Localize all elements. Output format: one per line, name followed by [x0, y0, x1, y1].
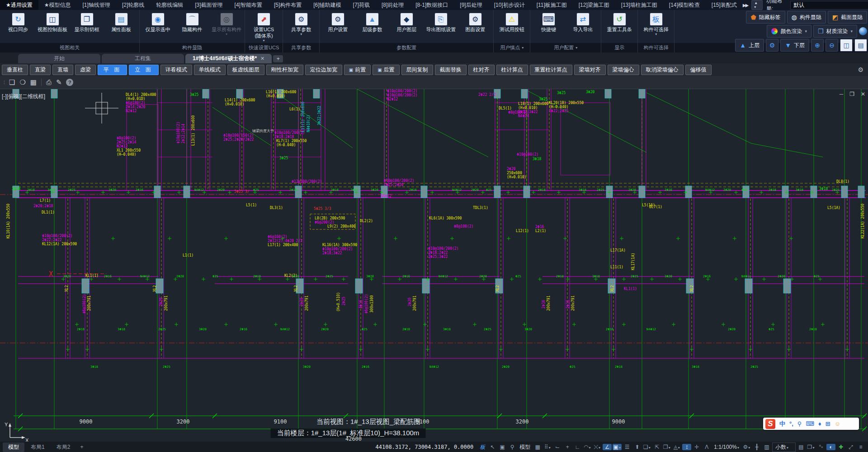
panel-doc-icon[interactable]: ▤ — [854, 39, 867, 52]
show-section-box-button[interactable]: ❐显示剖切框 — [70, 12, 104, 33]
crosshair-toggle-icon[interactable]: ╂ — [752, 444, 761, 450]
hide-tags-button[interactable]: ⬟隐藏标签 — [746, 11, 785, 24]
tool-button-6[interactable]: 详看模式 — [160, 65, 192, 75]
annotation-monitor-icon[interactable]: ⬆ — [632, 444, 642, 450]
panel-dock-icon[interactable]: ❒▾ — [807, 444, 816, 450]
test-button-button[interactable]: ⚠测试用按钮 — [495, 12, 529, 33]
workspace-icon[interactable]: ❏▾ — [642, 444, 651, 450]
viewport-view-label[interactable]: [-][俯视][二维线框] — [2, 93, 45, 100]
tool-button-17[interactable]: 重置柱计算点 — [530, 65, 572, 75]
annotation-scale[interactable]: 1:1/100%▾ — [712, 444, 741, 450]
ribbon-tab-12[interactable]: [9]后处理 — [454, 0, 488, 10]
sogou-keyboard-icon[interactable]: ⌨ — [806, 420, 814, 427]
add-layout-tab-button[interactable]: + — [76, 444, 87, 450]
tool-button-14[interactable]: 截面替换 — [435, 65, 467, 75]
markup-icon[interactable]: ✎ — [56, 78, 62, 86]
new-document-tab-button[interactable]: + — [273, 55, 283, 62]
ribbon-tab-1[interactable]: ★模型信息 — [38, 0, 77, 10]
toolbar-grip-handle[interactable]: ⁞ — [4, 80, 5, 85]
selectable-components-button[interactable]: 板构件可选择▾ — [639, 12, 673, 37]
tool-button-5[interactable]: 立 面 — [129, 65, 158, 75]
import-export-button[interactable]: ⇄导入导出 — [566, 12, 600, 33]
layout-tab-0[interactable]: 模型 — [3, 442, 24, 452]
cursor-select-icon[interactable]: ↖ — [488, 444, 497, 450]
toolstrip-settings-gear-icon[interactable]: ⚙ — [858, 66, 866, 73]
snap-grid-icon[interactable]: ⠿▾ — [543, 444, 552, 450]
ribbon-tab-7[interactable]: [5]构件布置 — [268, 0, 307, 10]
new-file-icon[interactable]: ❏ — [9, 78, 15, 86]
help-icon[interactable]: ? — [66, 79, 73, 86]
shared-params-button[interactable]: ⚙共享参数▾ — [284, 12, 318, 37]
tool-button-15[interactable]: 柱对齐 — [468, 65, 495, 75]
tool-button-7[interactable]: 单线模式 — [194, 65, 226, 75]
tracking-icon[interactable]: ✛ — [692, 444, 701, 450]
sogou-mascot-icon[interactable]: ☺ — [835, 420, 840, 427]
tool-button-9[interactable]: 刚性杆加宽 — [266, 65, 303, 75]
render-sphere-icon[interactable] — [859, 27, 867, 35]
ribbon-tab-4[interactable]: 轮廓线编辑 — [150, 0, 189, 10]
ribbon-tab-2[interactable]: [1]轴线管理 — [77, 0, 116, 10]
viewport-minimize-button[interactable]: ─ — [840, 91, 844, 97]
show-selected-only-button[interactable]: ◉仅显示选中 — [141, 12, 175, 33]
zoom-in-icon[interactable]: ⊕ — [811, 39, 824, 52]
tool-button-8[interactable]: 板虚线图层 — [227, 65, 264, 75]
ribbon-overflow-chevrons-icon[interactable]: ▶▶ — [743, 3, 748, 8]
locate-icon[interactable]: ⚲ — [508, 444, 517, 450]
ribbon-tab-13[interactable]: [10]初步设计 — [488, 0, 531, 10]
tool-button-1[interactable]: 直梁 — [30, 65, 51, 75]
ribbon-tab-11[interactable]: [8-1]数据接口 — [410, 0, 454, 10]
tool-button-21[interactable]: 偏移值 — [685, 65, 712, 75]
sogou-mic-icon[interactable]: ⚲ — [797, 420, 802, 427]
tool-button-19[interactable]: 梁墙偏心 — [608, 65, 639, 75]
ribbon-tab-18[interactable]: [15]装配式 — [706, 0, 743, 10]
infer-constraints-icon[interactable]: ⌙ — [553, 444, 562, 450]
upper-floor-button[interactable]: ▲上层 — [735, 39, 764, 52]
fullscreen-icon[interactable]: ⤢ — [846, 444, 855, 450]
cad-viewport[interactable]: XYX [-][俯视][二维线框] ─ ❐ ✕ DL4(1) 200x400(H… — [0, 89, 868, 442]
function-layout-select[interactable]: 默认▾ — [790, 1, 868, 10]
document-tab-1[interactable]: 工程集 — [102, 54, 184, 63]
selection-cycling-icon[interactable]: ❐▾ — [662, 444, 671, 450]
open-folder-icon[interactable]: ❍ — [19, 78, 25, 86]
snap-plus-icon[interactable]: + — [563, 444, 572, 450]
sogou-mode-toggle[interactable]: 中 — [779, 420, 785, 428]
panel-tree-icon[interactable]: ◫ — [840, 39, 853, 52]
arc-settings-icon[interactable]: ◠▾ — [583, 444, 592, 450]
graphics-performance-icon[interactable]: ◐ — [826, 444, 835, 450]
units-format[interactable]: 小数▾ — [772, 442, 796, 452]
close-icon[interactable]: ✕ — [260, 56, 264, 62]
section-visibility-button[interactable]: ◩截面显隐 — [828, 11, 867, 24]
scale-settings-gear-icon[interactable]: ⚙▾ — [742, 444, 751, 450]
clean-screen-icon[interactable]: °▫ — [816, 444, 826, 450]
sogou-skin-icon[interactable]: ♦ — [818, 420, 821, 427]
ribbon-tab-14[interactable]: [11]板施工图 — [531, 0, 573, 10]
lineweight-icon[interactable]: Λ — [702, 444, 711, 450]
level-params-button[interactable]: ▲层级参数 — [355, 12, 389, 33]
view-control-panel-button[interactable]: ◫视图控制面板 — [35, 12, 70, 33]
ribbon-tab-17[interactable]: [14]模型检查 — [663, 0, 706, 10]
tool-button-18[interactable]: 梁墙对齐 — [574, 65, 606, 75]
sogou-punctuation-icon[interactable]: °, — [789, 420, 793, 427]
user-settings-button[interactable]: ⚙用户设置 — [321, 12, 355, 33]
ribbon-tab-6[interactable]: [4]智能布置 — [229, 0, 268, 10]
zoom-out-icon[interactable]: ⊖ — [826, 39, 838, 52]
ribbon-tab-8[interactable]: [6]辅助建模 — [307, 0, 347, 10]
export-drawing-settings-button[interactable]: ⎘导出图纸设置 — [424, 12, 458, 33]
ribbon-tab-0[interactable]: ★通用设置 — [0, 0, 38, 10]
dynamic-ucs-icon[interactable]: ⇱ — [652, 444, 661, 450]
properties-panel-icon[interactable]: ▤ — [797, 444, 806, 450]
layer-list-icon[interactable]: ☰ — [623, 444, 632, 450]
sheet-settings-button[interactable]: ⚙图面设置 — [458, 12, 492, 33]
add-ui-icon[interactable]: ✚ — [836, 444, 845, 450]
sogou-input-toolbar[interactable]: S中°,⚲⌨♦⊞☺ — [763, 418, 859, 430]
units-icon[interactable]: ▥ — [762, 444, 771, 450]
layout-tab-1[interactable]: 布局1 — [25, 442, 50, 452]
tool-button-3[interactable]: 虚梁 — [75, 65, 96, 75]
viewport-close-button[interactable]: ✕ — [861, 91, 865, 97]
viewport-sync-button[interactable]: ↻视口同步 — [1, 12, 35, 33]
hotkeys-button[interactable]: ⌨快捷键 — [531, 12, 566, 33]
user-layers-button[interactable]: ◆用户图层 — [389, 12, 424, 33]
set-ucs-button[interactable]: ⬈设置UCS(随体系)▾ — [247, 12, 281, 43]
hide-component-button[interactable]: ⌒隐藏构件 — [175, 12, 209, 33]
model-space-button[interactable]: 模型 — [518, 443, 532, 451]
